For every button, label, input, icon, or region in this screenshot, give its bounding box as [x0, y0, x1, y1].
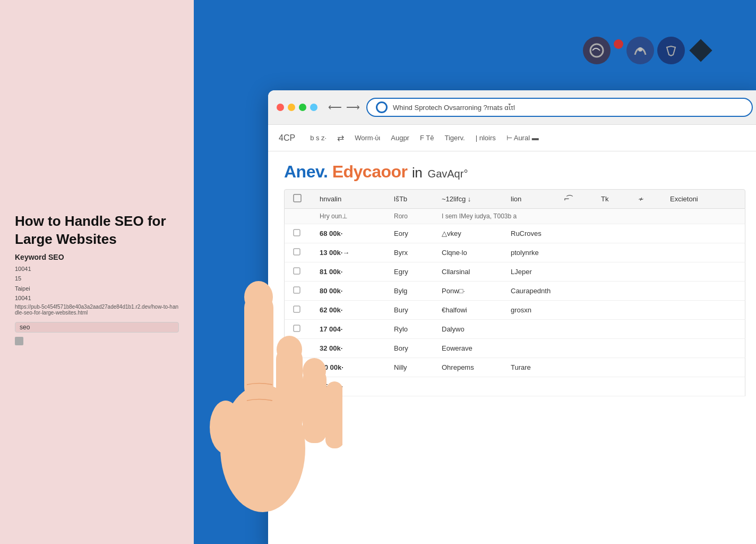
- tab-b[interactable]: b s z·: [310, 134, 327, 142]
- row-arrow-7: Eowerave: [442, 344, 500, 352]
- nav-back-icon[interactable]: ⟵: [328, 101, 342, 113]
- sub-sem: I sem IMey iudya, T003b a: [442, 212, 736, 220]
- svg-rect-11: [294, 382, 300, 389]
- sub-hry-oun: Hry oun⊥: [320, 212, 383, 220]
- page-title-main: Anev. Edycaoor in: [284, 162, 422, 181]
- logo-dot-red: [614, 39, 623, 49]
- row-cb[interactable]: [293, 248, 309, 257]
- browser-window: ⟵ ⟶ Whind Sprotech Ovsarroning ?rnats αἶ…: [268, 90, 756, 544]
- svg-rect-2: [294, 194, 301, 202]
- row-arrow-1: △vkey: [442, 230, 500, 237]
- row-cb[interactable]: [293, 325, 309, 334]
- sidebar-meta3: Taipei: [15, 284, 179, 293]
- traffic-lights: [277, 104, 317, 111]
- table-row: 80 00k· Bylg Ponw□· Caurapednth: [284, 282, 745, 301]
- table-row: 68 00k· Eory △vkey RuCroves: [284, 224, 745, 243]
- row-arrow-2: Clqne·lo: [442, 249, 500, 257]
- sidebar-keyword: Keyword SEO: [15, 253, 179, 261]
- svg-rect-7: [294, 306, 300, 312]
- sidebar-url: https://pub-5c454f571b8e40a3a2aad27ade84…: [15, 304, 179, 316]
- col-header-lifcg: ~12lifcg ↓: [442, 195, 500, 203]
- sidebar-meta1: 10041: [15, 265, 179, 274]
- row-vol-3: 81 00k·: [320, 268, 383, 276]
- tab-nloirs[interactable]: | nloirs: [476, 132, 496, 144]
- tab-worm-ji[interactable]: Worm·ύι: [355, 132, 380, 144]
- sidebar-small-icon: [15, 337, 23, 345]
- tl-red[interactable]: [277, 104, 284, 111]
- logo-icon-2: [626, 37, 654, 64]
- row-name-1: RuCroves: [511, 230, 736, 237]
- row-name-2: ptolynrke: [511, 249, 736, 257]
- svg-point-0: [590, 44, 603, 57]
- row-name-5: grosxn: [511, 306, 736, 314]
- row-cb[interactable]: [293, 305, 309, 314]
- tab-te[interactable]: F Tē: [420, 132, 434, 144]
- svg-rect-10: [294, 363, 300, 370]
- row-vol-4: 80 00k·: [320, 287, 383, 295]
- row-arrow-8: Ohrepems: [442, 363, 500, 371]
- tab-toolbar-left[interactable]: 4CP: [279, 133, 295, 143]
- logo-icon-diamond: [688, 38, 714, 63]
- tl-green[interactable]: [299, 104, 306, 111]
- tl-teal[interactable]: [310, 104, 317, 111]
- col-header-check: [293, 194, 309, 204]
- row-cb[interactable]: [293, 286, 309, 295]
- row-name-4: Caurapednth: [511, 287, 736, 295]
- table-row: 13 00k·→ Byrx Clqne·lo ptolynrke: [284, 243, 745, 262]
- sidebar-title: How to Handle SEO for Large Websites: [15, 212, 179, 249]
- row-diff-7: Bory: [394, 344, 431, 352]
- table-row: 32 00k· Bory Eowerave: [284, 339, 745, 358]
- svg-rect-6: [294, 287, 300, 293]
- row-vol-1: 68 00k·: [320, 230, 383, 237]
- svg-rect-5: [294, 268, 300, 274]
- tl-yellow[interactable]: [288, 104, 295, 111]
- row-cb[interactable]: [293, 267, 309, 276]
- browser-nav: ⟵ ⟶: [328, 101, 360, 113]
- page-title-row: Anev. Edycaoor in GavAqr°: [284, 162, 745, 182]
- browser-tabs-row: 4CP b s z· ⇄ Worm·ύι Augpr F Tē Tigerv. …: [268, 125, 756, 151]
- table-row: 8F 00k·: [284, 377, 745, 396]
- row-arrow-3: Cllarsinal: [442, 268, 500, 276]
- tab-icon[interactable]: ⇄: [337, 133, 344, 143]
- address-text: Whind Sprotech Ovsarroning ?rnats αἶτl: [393, 104, 743, 112]
- sidebar-icon-row: [15, 337, 179, 345]
- table-row: 17 004· Rylo Dalywo: [284, 320, 745, 339]
- address-bar[interactable]: Whind Sprotech Ovsarroning ?rnats αἶτl: [366, 98, 753, 117]
- col-header-tk: Tk: [601, 195, 628, 203]
- address-circle-icon: [376, 101, 388, 113]
- browser-chrome: ⟵ ⟶ Whind Sprotech Ovsarroning ?rnats αἶ…: [268, 90, 756, 125]
- col-header-lstb: ls̃Tb: [394, 195, 431, 203]
- svg-point-1: [638, 47, 642, 52]
- row-arrow-5: €halfowi: [442, 306, 500, 314]
- table-row: 62 00k· Bury €halfowi grosxn: [284, 301, 745, 320]
- table-row: 81 00k· Egry Cllarsinal LJeper: [284, 262, 745, 282]
- row-cb[interactable]: [293, 229, 309, 238]
- top-blue-area: [194, 0, 756, 101]
- svg-rect-9: [294, 344, 300, 351]
- col-header-sim: ≁: [638, 195, 659, 203]
- tab-aural[interactable]: ⊢ Aural ▬: [506, 132, 539, 144]
- svg-rect-3: [294, 230, 300, 236]
- nav-forward-icon[interactable]: ⟶: [346, 101, 360, 113]
- row-arrow-6: Dalywo: [442, 325, 500, 333]
- table-sub-header: Hry oun⊥ Roro I sem IMey iudya, T003b a: [284, 209, 745, 224]
- col-header-lion: lion: [511, 195, 553, 203]
- logo-icon-1: [583, 37, 611, 64]
- tab-tigerv[interactable]: Tigerv.: [444, 132, 465, 144]
- row-diff-6: Rylo: [394, 325, 431, 333]
- row-cb[interactable]: [293, 382, 309, 391]
- row-diff-1: Eory: [394, 230, 431, 237]
- table-row: S0 00k· Nilly Ohrepems Turare: [284, 358, 745, 377]
- col-header-excietoni: Excietoni: [670, 195, 736, 203]
- row-cb[interactable]: [293, 363, 309, 372]
- row-diff-3: Egry: [394, 268, 431, 276]
- row-cb[interactable]: [293, 344, 309, 353]
- row-vol-8: S0 00k·: [320, 363, 383, 371]
- sidebar-tag: seo: [15, 322, 179, 333]
- row-vol-2: 13 00k·→: [320, 249, 383, 257]
- right-content: ⟵ ⟶ Whind Sprotech Ovsarroning ?rnats αἶ…: [194, 0, 756, 544]
- tab-augpr[interactable]: Augpr: [391, 132, 409, 144]
- svg-rect-8: [294, 325, 300, 332]
- row-diff-4: Bylg: [394, 287, 431, 295]
- col-header-hnvalin: hnvalin: [320, 195, 383, 203]
